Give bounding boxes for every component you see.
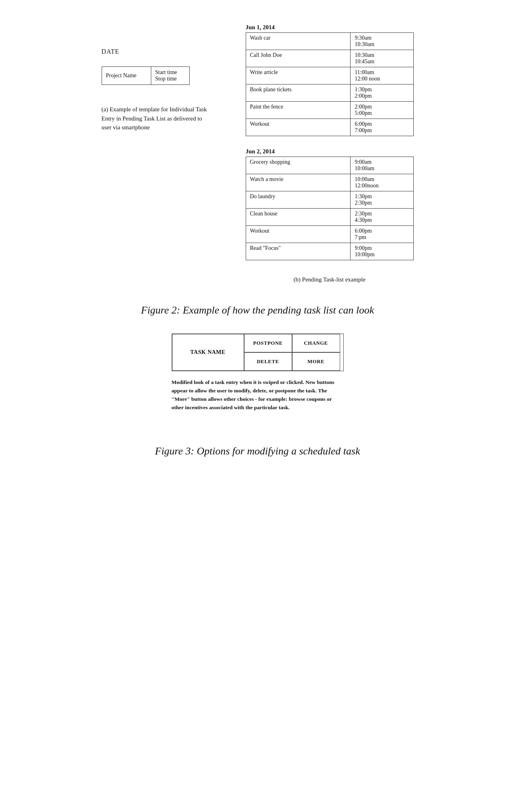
table-row: Grocery shopping 9:00am10:00am bbox=[246, 157, 413, 174]
task-time: 9:00am10:00am bbox=[351, 157, 413, 174]
postpone-button[interactable]: POSTPONE bbox=[244, 334, 292, 352]
task-time: 1:30pm2:00pm bbox=[351, 84, 413, 102]
more-button[interactable]: MORE bbox=[292, 352, 340, 371]
task-time: 6:00pm7:00pm bbox=[351, 119, 413, 136]
task-time: 2:30pm4:30pm bbox=[351, 209, 413, 226]
task-name-cell: TASK NAME bbox=[172, 334, 244, 371]
task-entry-section: TASK NAME POSTPONE CHANGE DELETE MORE Mo… bbox=[172, 334, 344, 412]
table-row: Do laundry 1:30pm2:30pm bbox=[246, 191, 413, 209]
task-time: 1:30pm2:30pm bbox=[351, 191, 413, 209]
task-name: Workout bbox=[246, 226, 351, 243]
page: DATE Project Name Start time Stop time (… bbox=[0, 0, 515, 812]
task-time: 11:00am12:00 noon bbox=[351, 67, 413, 84]
date1-section: Jun 1, 2014 Wash car 9:30am10:30am Call … bbox=[246, 24, 414, 136]
task-name: Paint the fence bbox=[246, 102, 351, 119]
task-table-1: Wash car 9:30am10:30am Call John Doe 10:… bbox=[246, 32, 414, 136]
table-row: Watch a movie 10:00am12:00noon bbox=[246, 174, 413, 191]
task-time: 9:30am10:30am bbox=[351, 33, 413, 50]
task-name: Book plane tickets bbox=[246, 84, 351, 102]
table-row: Paint the fence 2:00pm5:00pm bbox=[246, 102, 413, 119]
left-caption: (a) Example of template for Individual T… bbox=[102, 105, 214, 132]
task-name: Read "Focus" bbox=[246, 243, 351, 260]
task-name: Clean house bbox=[246, 209, 351, 226]
task-name: Write article bbox=[246, 67, 351, 84]
table-row: Wash car 9:30am10:30am bbox=[246, 33, 413, 50]
change-button[interactable]: CHANGE bbox=[292, 334, 340, 352]
task-name: Workout bbox=[246, 119, 351, 136]
table-row: Read "Focus" 9:00pm10:00pm bbox=[246, 243, 413, 260]
date2-section: Jun 2, 2014 Grocery shopping 9:00am10:00… bbox=[246, 148, 414, 260]
right-panel: Jun 1, 2014 Wash car 9:30am10:30am Call … bbox=[246, 24, 414, 283]
template-table: Project Name Start time Stop time bbox=[102, 66, 190, 85]
left-panel: DATE Project Name Start time Stop time (… bbox=[102, 24, 222, 283]
table-row: Book plane tickets 1:30pm2:00pm bbox=[246, 84, 413, 102]
delete-button[interactable]: DELETE bbox=[244, 352, 292, 371]
figure2-heading: Figure 2: Example of how the pending tas… bbox=[141, 303, 374, 318]
task-time: 2:00pm5:00pm bbox=[351, 102, 413, 119]
date1-header: Jun 1, 2014 bbox=[246, 24, 414, 31]
table-row: Clean house 2:30pm4:30pm bbox=[246, 209, 413, 226]
date2-header: Jun 2, 2014 bbox=[246, 148, 414, 155]
task-name: Wash car bbox=[246, 33, 351, 50]
task-name: Do laundry bbox=[246, 191, 351, 209]
task-time: 10:00am12:00noon bbox=[351, 174, 413, 191]
template-project-name: Project Name bbox=[102, 67, 151, 85]
task-time: 6:00pm7:pm bbox=[351, 226, 413, 243]
task-time: 9:00pm10:00pm bbox=[351, 243, 413, 260]
description-text: Modified look of a task entry when it is… bbox=[172, 378, 344, 412]
figure3-heading: Figure 3: Options for modifying a schedu… bbox=[155, 444, 360, 458]
top-section: DATE Project Name Start time Stop time (… bbox=[24, 24, 491, 283]
task-name: Call John Doe bbox=[246, 50, 351, 67]
table-row: Workout 6:00pm7:pm bbox=[246, 226, 413, 243]
task-entry-widget: TASK NAME POSTPONE CHANGE DELETE MORE bbox=[172, 334, 344, 371]
task-name: Grocery shopping bbox=[246, 157, 351, 174]
task-time: 10:30am10:45am bbox=[351, 50, 413, 67]
table-row: Call John Doe 10:30am10:45am bbox=[246, 50, 413, 67]
b-caption: (b) Pending Task-list example bbox=[246, 276, 414, 283]
task-table-2: Grocery shopping 9:00am10:00am Watch a m… bbox=[246, 157, 414, 260]
template-start-stop: Start time Stop time bbox=[151, 67, 189, 85]
table-row: Workout 6:00pm7:00pm bbox=[246, 119, 413, 136]
date-label: DATE bbox=[102, 48, 222, 55]
table-row: Write article 11:00am12:00 noon bbox=[246, 67, 413, 84]
task-name: Watch a movie bbox=[246, 174, 351, 191]
